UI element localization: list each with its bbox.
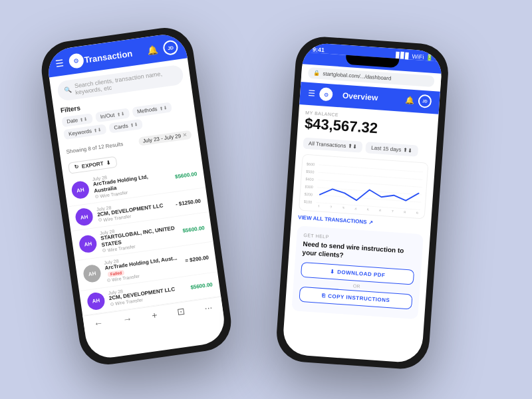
svg-line-8 [318,180,422,188]
close-date-icon[interactable]: ✕ [182,132,188,138]
avatar: AH [78,234,98,253]
wire-icon: ⊙ [106,277,111,283]
transaction-list: AH July 28 ArcTrade Holding Ltd, Austral… [63,158,221,316]
filter-last-15-days[interactable]: Last 15 days ⬆⬇ [366,142,418,156]
avatar: AH [82,264,102,283]
wire-icon: ⊙ [110,301,114,307]
chart-area: $600 $500 $400 $300 $200 $100 [299,154,428,219]
txn-filters: All Transactions ⬆⬇ Last 15 days ⬆⬇ [303,138,430,158]
inout-arrows: ⬆⬇ [116,111,125,118]
filter-keywords[interactable]: Keywords ⬆⬇ [63,124,107,140]
svg-line-7 [319,172,423,180]
copy-icon: ⎘ [321,293,325,299]
svg-line-10 [317,195,421,202]
svg-text:5: 5 [366,207,369,211]
view-all-label: VIEW ALL TRANSACTIONS [298,214,367,225]
forward-button[interactable]: → [122,313,132,325]
back-button[interactable]: ← [93,317,104,329]
avatar: AH [70,180,90,200]
wire-icon: ⊙ [98,217,102,223]
right-menu-icon[interactable]: ☰ [308,88,316,98]
wire-icon: ⊙ [94,194,99,200]
svg-text:$300: $300 [305,184,313,189]
balance-chart: $600 $500 $400 $300 $200 $100 [303,159,424,214]
svg-text:6: 6 [379,209,382,213]
arrow-icon: ↗ [368,219,374,225]
svg-text:$100: $100 [304,200,313,204]
search-icon: 🔍 [64,86,72,94]
svg-text:$600: $600 [307,162,315,166]
left-screen: ☰ ⊙ Transaction 🔔 JD 🔍 Search clients, t… [45,32,227,361]
txn-amount: $5600.00 [182,225,205,234]
filter-dropdown-icon: ⬆⬇ [348,143,358,150]
export-dropdown-icon: ⬇ [106,160,111,166]
cards-arrows: ⬆⬇ [130,122,138,128]
get-help-section: GET HELP Need to send wire instruction t… [291,225,423,319]
txn-amount: = $200.00 [185,255,209,264]
url-text: startglobal.com/.../dashboard [323,70,392,81]
txn-amount: $5600.00 [190,281,213,291]
more-button[interactable]: ··· [204,301,213,313]
battery-icon: 🔋 [426,54,434,61]
svg-text:8: 8 [404,210,406,214]
svg-text:$400: $400 [305,177,314,182]
right-title: Overview [319,89,402,104]
avatar: AH [86,291,106,311]
svg-text:3: 3 [342,206,345,210]
left-title: Transaction [74,47,143,66]
bell-icon[interactable]: 🔔 [147,45,159,56]
left-avatar: JD [162,39,179,56]
svg-text:2: 2 [330,205,332,209]
svg-text:1: 1 [318,204,321,208]
right-screen: 9:41 ▊▊▊ WiFi 🔋 🔒 startglobal.com/.../da… [282,42,443,364]
txn-amount: $5600.00 [174,171,197,180]
filter2-dropdown-icon: ⬆⬇ [403,147,413,154]
filter-date[interactable]: Date ⬆⬇ [61,113,93,127]
status-time: 9:41 [313,46,325,53]
filter-cards[interactable]: Cards ⬆⬇ [109,119,144,134]
svg-text:$500: $500 [306,170,315,174]
wire-icon: ⊙ [102,247,106,253]
avatar: AH [74,207,94,227]
tab-button[interactable]: ⊡ [176,305,186,317]
filter-inout[interactable]: In/Out ⬆⬇ [95,108,130,122]
lock-icon: 🔒 [313,70,321,76]
add-button[interactable]: + [151,309,158,321]
keywords-arrows: ⬆⬇ [93,127,102,134]
svg-line-9 [317,188,422,195]
menu-icon[interactable]: ☰ [55,57,65,69]
filter-all-transactions[interactable]: All Transactions ⬆⬇ [303,138,362,153]
left-phone: ☰ ⊙ Transaction 🔔 JD 🔍 Search clients, t… [38,24,235,368]
right-bell-icon[interactable]: 🔔 [405,96,415,105]
txn-amount: - $1250.00 [175,198,201,207]
right-avatar: JD [418,94,432,108]
svg-line-6 [319,165,423,172]
right-phone: 9:41 ▊▊▊ WiFi 🔋 🔒 startglobal.com/.../da… [275,35,450,371]
svg-text:$200: $200 [304,192,313,197]
svg-text:9: 9 [416,211,418,215]
download-icon: ⬇ [329,269,334,275]
export-icon: ↻ [74,164,79,171]
wifi-icon: WiFi [412,53,424,61]
svg-text:4: 4 [354,207,357,211]
date-arrows: ⬆⬇ [80,116,88,123]
methods-arrows: ⬆⬇ [159,105,168,112]
right-body: MY BALANCE $43,567.32 All Transactions ⬆… [285,104,439,325]
svg-text:7: 7 [391,209,394,213]
